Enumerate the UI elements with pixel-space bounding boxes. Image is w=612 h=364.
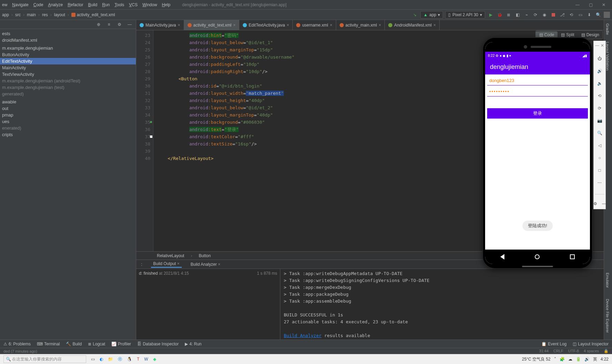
edge-icon[interactable]: ◐	[100, 357, 103, 362]
bottom-tool----problems[interactable]: ⚠6: Problems	[3, 342, 31, 346]
weather-widget[interactable]: 25°C 空气良 52	[522, 356, 551, 362]
menu-refactor[interactable]: Refactor	[68, 2, 83, 7]
emulator-login-button[interactable]: 登录	[487, 108, 588, 119]
word-icon[interactable]: W	[144, 357, 148, 362]
breadcrumb-item[interactable]: Button	[199, 253, 211, 258]
filter-icon[interactable]: ≡	[106, 21, 112, 28]
breadcrumb-item[interactable]: layout	[54, 12, 65, 17]
emu-overview-icon[interactable]: □	[596, 167, 603, 173]
bottom-tool-logcat[interactable]: ≣Logcat	[88, 342, 105, 346]
close-icon[interactable]: ×	[433, 23, 436, 28]
breadcrumb-item[interactable]: RelativeLayout	[157, 253, 184, 258]
menu-analyze[interactable]: Analyze	[48, 2, 63, 7]
run-icon[interactable]: ▶	[487, 11, 494, 18]
bottom-tool----run[interactable]: ▶4: Run	[185, 342, 201, 346]
git-icon[interactable]: ⎇	[559, 11, 566, 18]
lock-icon[interactable]: 🔒	[604, 349, 609, 353]
build-hammer-icon[interactable]: ↘	[411, 11, 418, 18]
build-output[interactable]: > Task :app:writeDebugAppMetadata UP-TO-…	[280, 269, 612, 346]
menu-build[interactable]: Build	[88, 2, 97, 7]
emulator-password-field[interactable]: •••••••••	[487, 87, 588, 97]
build-tab[interactable]: :	[139, 261, 144, 267]
menu-help[interactable]: Help	[162, 2, 171, 7]
coverage-icon[interactable]: ≣	[505, 11, 512, 18]
editor-tab[interactable]: activity_main.xml ×	[336, 20, 385, 30]
tray-item[interactable]: 🔊	[584, 357, 590, 362]
taskview-icon[interactable]: ▭	[91, 357, 95, 362]
breadcrumb-item[interactable]: src	[15, 12, 21, 17]
emulator-home-icon[interactable]	[535, 254, 540, 259]
color-swatch-icon[interactable]	[150, 121, 152, 123]
editor-tab[interactable]: MainActivity.java ×	[136, 20, 184, 30]
attach-debug-icon[interactable]: ⌁	[523, 11, 530, 18]
as-icon[interactable]: ◆	[153, 357, 156, 362]
tree-item[interactable]: awable	[0, 99, 136, 105]
menu-window[interactable]: Window	[142, 2, 157, 7]
editor-tab[interactable]: EditTextActivity.java ×	[239, 20, 293, 30]
tree-item[interactable]: TextViewActivity	[0, 71, 136, 78]
sync-icon[interactable]: ⟲	[568, 11, 575, 18]
menu-vcs[interactable]: VCS	[129, 2, 138, 7]
tray-item[interactable]: 🧩	[560, 357, 565, 362]
status-cell[interactable]: CRLF	[553, 349, 563, 353]
close-icon[interactable]: ×	[379, 23, 381, 28]
breadcrumb-item[interactable]: activity_edit_text.xml	[77, 12, 115, 17]
menu-run[interactable]: Run	[102, 2, 110, 7]
sdk-manager-icon[interactable]: ⬇	[586, 11, 593, 18]
tray-item[interactable]: ☁	[568, 357, 572, 362]
color-swatch-icon[interactable]	[150, 135, 152, 138]
status-cell[interactable]: UTF-8	[568, 349, 579, 353]
close-icon[interactable]: ×	[233, 23, 235, 28]
emulator-back-icon[interactable]	[500, 254, 504, 260]
gradle-tab[interactable]: Gradle	[604, 20, 611, 38]
project-tree[interactable]: estsdroidManifest.xmlm.example.denglujie…	[0, 29, 136, 139]
run-config-selector[interactable]: ▲ app ▾	[420, 11, 443, 19]
editor-tab[interactable]: activity_edit_text.xml ×	[184, 20, 240, 30]
minimize-icon[interactable]: —	[601, 201, 607, 207]
tree-item[interactable]: m.example.denglujiemian (androidTest)	[0, 78, 136, 84]
menu-code[interactable]: Code	[33, 2, 43, 7]
window-min-icon[interactable]: —	[575, 2, 580, 7]
debug-icon[interactable]: 🐞	[496, 11, 503, 18]
menu-ew[interactable]: ew	[2, 2, 7, 7]
os-search-input[interactable]: 🔍 在这里输入你要搜索的内容	[3, 355, 86, 363]
tree-item[interactable]: MainActivity	[0, 64, 136, 71]
volume-up-icon[interactable]: 🔊	[596, 68, 603, 74]
build-tab[interactable]: Build Output ×	[151, 261, 181, 268]
bottom-tool-layout-inspector[interactable]: ◫Layout Inspector	[573, 342, 609, 346]
locate-icon[interactable]: ⊕	[95, 21, 102, 28]
close-icon[interactable]: ×	[218, 262, 220, 267]
tree-item[interactable]: pmap	[0, 112, 136, 118]
editor-tab[interactable]: username.xml ×	[293, 20, 336, 30]
build-analyzer-link[interactable]: Build Analyzer	[284, 333, 322, 338]
emulator-toolbar-min-icon[interactable]: —	[595, 43, 599, 48]
tree-item[interactable]: cripts	[0, 131, 136, 138]
ime-label[interactable]: 英	[593, 356, 597, 362]
device-selector[interactable]: ▯ Pixel 2 API 30 ▾	[445, 11, 485, 19]
editor-tab[interactable]: AndroidManifest.xml ×	[385, 20, 440, 30]
build-tree[interactable]: d: finished at 2021/8/1 4:15 1 s 878 ms	[136, 269, 280, 346]
tree-item[interactable]: enerated)	[0, 125, 136, 131]
tray-item[interactable]: 🔋	[576, 357, 581, 362]
emulator-overview-icon[interactable]	[570, 254, 575, 259]
bottom-tool-profiler[interactable]: 📈Profiler	[111, 342, 131, 346]
emulator-username-field[interactable]: dongben123	[487, 76, 588, 85]
emu-back-icon[interactable]: ◁	[596, 142, 603, 149]
bottom-tool-terminal[interactable]: ⌨Terminal	[37, 342, 60, 346]
power-icon[interactable]: ⏻	[596, 55, 603, 62]
tree-item[interactable]: ests	[0, 30, 136, 37]
stop-icon[interactable]	[550, 11, 557, 18]
bottom-tool-build[interactable]: 🔨Build	[66, 342, 82, 346]
camera-icon[interactable]: 📷	[596, 118, 603, 124]
settings-icon[interactable]: ⚙	[116, 21, 123, 28]
ie-icon[interactable]: ⓔ	[118, 356, 122, 362]
emulator-toolbar-close-icon[interactable]: ✕	[601, 43, 604, 48]
bottom-tool-database-inspector[interactable]: 🗄Database Inspector	[137, 342, 179, 346]
breadcrumb-item[interactable]: app	[2, 12, 9, 17]
status-cell[interactable]: 4 spaces	[584, 349, 599, 353]
os-clock[interactable]: 4:22	[601, 357, 609, 362]
settings-icon[interactable]: ⚙	[592, 201, 598, 207]
tree-item[interactable]: m.example.denglujiemian	[0, 45, 136, 51]
emu-home-icon[interactable]: ○	[596, 155, 603, 161]
vscode-icon[interactable]: T	[137, 357, 139, 362]
